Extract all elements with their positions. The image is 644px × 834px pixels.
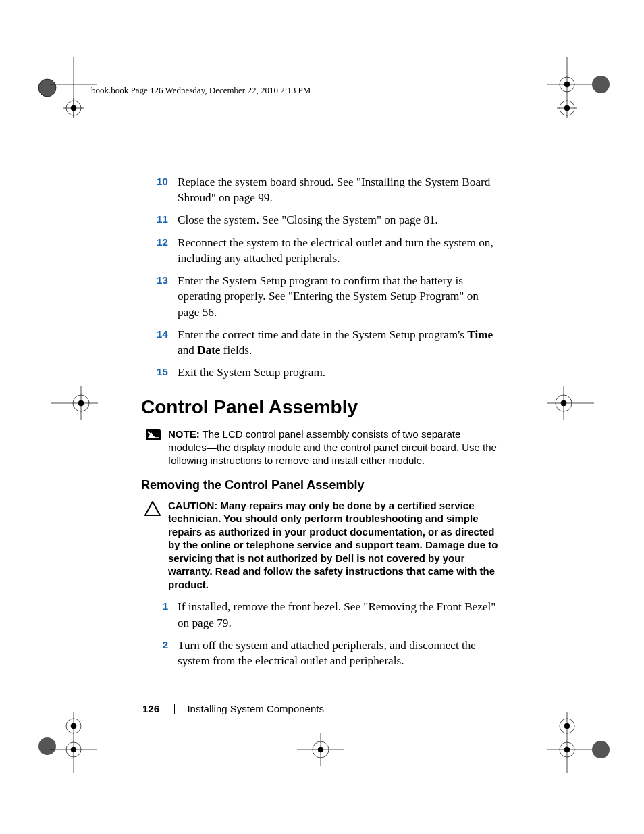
crop-mark-mr (547, 386, 594, 420)
svg-point-13 (560, 101, 574, 115)
step-number: 14 (141, 327, 178, 358)
step-number: 10 (141, 174, 178, 205)
note-block: NOTE: The LCD control panel assembly con… (141, 427, 499, 467)
svg-point-18 (73, 395, 89, 411)
svg-point-19 (78, 400, 84, 406)
list-a-step: 12Reconnect the system to the electrical… (141, 235, 499, 266)
caution-body: Many repairs may only be done by a certi… (168, 500, 498, 590)
step-text: Close the system. See "Closing the Syste… (178, 212, 499, 228)
crop-mark-ml (51, 386, 98, 420)
svg-point-10 (560, 77, 574, 92)
note-body: The LCD control panel assembly consists … (168, 428, 497, 466)
heading-control-panel-assembly: Control Panel Assembly (141, 396, 499, 418)
page-body: 10Replace the system board shroud. See "… (141, 174, 499, 675)
step-number: 13 (141, 273, 178, 320)
svg-point-14 (564, 105, 570, 111)
crop-mark-bl (36, 712, 97, 773)
crop-mark-tl (36, 57, 97, 118)
svg-point-12 (592, 76, 610, 93)
list-a-step: 11Close the system. See "Closing the Sys… (141, 212, 499, 228)
svg-point-40 (564, 747, 570, 752)
step-text: Reconnect the system to the electrical o… (178, 235, 499, 266)
list-a-step: 13Enter the System Setup program to conf… (141, 273, 499, 320)
footer-section: Installing System Components (187, 703, 324, 714)
svg-point-22 (556, 395, 572, 411)
svg-point-41 (592, 741, 610, 758)
note-icon (141, 427, 168, 467)
step-number: 15 (141, 365, 178, 380)
list-a-step: 14Enter the correct time and date in the… (141, 327, 499, 358)
step-text: Exit the System Setup program. (178, 365, 499, 380)
step-number: 12 (141, 235, 178, 266)
list-a-step: 10Replace the system board shroud. See "… (141, 174, 499, 205)
list-b-step: 1If installed, remove the front bezel. S… (141, 599, 499, 630)
note-label: NOTE: (168, 428, 200, 440)
caution-block: CAUTION: Many repairs may only be done b… (141, 499, 499, 592)
step-text: Enter the System Setup program to confir… (178, 273, 499, 320)
svg-point-5 (71, 105, 76, 111)
svg-point-4 (66, 101, 81, 115)
crop-mark-tr (540, 57, 614, 118)
crop-mark-bc (297, 733, 344, 766)
step-text: Replace the system board shroud. See "In… (178, 174, 499, 205)
list-a-step: 15Exit the System Setup program. (141, 365, 499, 380)
list-b-step: 2Turn off the system and attached periph… (141, 637, 499, 669)
svg-point-23 (561, 400, 566, 406)
page-footer: 126 Installing System Components (142, 703, 324, 714)
caution-icon (141, 499, 168, 592)
page-header-meta: book.book Page 126 Wednesday, December 2… (91, 85, 311, 96)
svg-point-1 (38, 79, 56, 97)
step-text: Turn off the system and attached periphe… (178, 637, 499, 669)
crop-mark-br (540, 712, 614, 773)
svg-point-27 (66, 719, 81, 733)
caution-label: CAUTION: (168, 500, 217, 511)
svg-point-33 (313, 741, 329, 758)
svg-point-37 (560, 719, 574, 733)
step-text: If installed, remove the front bezel. Se… (178, 599, 499, 630)
svg-point-0 (38, 79, 56, 97)
svg-point-24 (38, 737, 56, 755)
svg-point-39 (560, 742, 574, 757)
heading-removing-control-panel: Removing the Control Panel Assembly (141, 478, 499, 492)
page-number: 126 (142, 703, 159, 714)
step-number: 11 (141, 212, 178, 228)
step-number: 1 (141, 599, 178, 630)
svg-point-28 (71, 723, 76, 729)
svg-point-30 (71, 747, 76, 752)
step-number: 2 (141, 637, 178, 669)
svg-rect-42 (146, 429, 161, 440)
step-text: Enter the correct time and date in the S… (178, 327, 499, 358)
svg-point-29 (66, 742, 81, 757)
svg-point-11 (564, 82, 570, 87)
svg-point-34 (318, 747, 323, 752)
svg-point-38 (564, 723, 570, 729)
